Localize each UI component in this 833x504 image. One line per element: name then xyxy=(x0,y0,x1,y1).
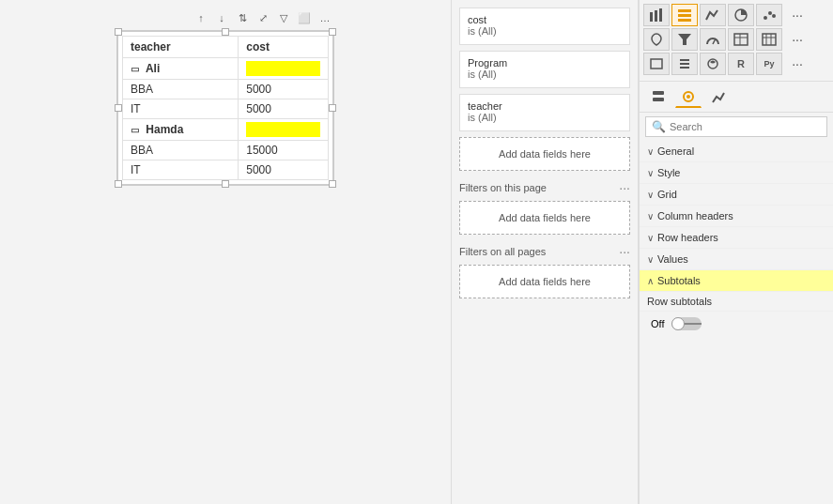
expand-icon[interactable]: ⤢ xyxy=(255,9,271,26)
section-filters-all-label: Filters on all pages xyxy=(459,246,546,257)
matrix-icon[interactable] xyxy=(756,28,782,51)
filter-cost[interactable]: cost is (All) xyxy=(459,8,630,45)
row-subtotals-toggle[interactable] xyxy=(671,317,702,330)
option-values[interactable]: ∨ Values xyxy=(640,249,833,270)
cell-ali-bba-cost: 5000 xyxy=(239,80,329,99)
scatter-icon[interactable] xyxy=(756,4,782,26)
more-icon3[interactable]: ··· xyxy=(784,53,810,75)
icon-row-1: ··· xyxy=(643,4,829,26)
row-subtotals-label: Row subtotals xyxy=(640,292,833,312)
option-grid-label: Grid xyxy=(657,189,677,200)
filter-program-title: Program xyxy=(468,57,622,69)
col-header-cost[interactable]: cost xyxy=(239,37,329,58)
filter-program[interactable]: Program is (All) xyxy=(459,51,630,88)
sel-handle-tr[interactable] xyxy=(329,28,336,36)
svg-rect-25 xyxy=(653,98,664,101)
table-row: IT 5000 xyxy=(123,160,329,180)
table-toolbar: ↑ ↓ ⇅ ⤢ ▽ ⬜ … xyxy=(193,9,333,26)
group-label-hamda[interactable]: ▭ Hamda xyxy=(123,119,239,141)
toggle-off-label: Off xyxy=(651,318,664,329)
option-general-label: General xyxy=(657,145,694,157)
more-icon2[interactable]: ··· xyxy=(784,28,810,51)
line-chart-icon[interactable] xyxy=(700,4,726,26)
filter-program-sub: is (All) xyxy=(468,69,622,80)
sel-handle-tl[interactable] xyxy=(115,28,122,36)
more-charts-icon[interactable]: ··· xyxy=(784,4,810,26)
option-row-headers[interactable]: ∨ Row headers xyxy=(640,227,833,249)
search-input[interactable] xyxy=(670,121,821,132)
svg-rect-15 xyxy=(763,34,776,45)
section-filters-all: Filters on all pages ··· xyxy=(459,244,630,259)
svg-rect-12 xyxy=(734,34,748,45)
add-fields-page-button[interactable]: Add data fields here xyxy=(459,201,630,235)
chevron-icon: ∨ xyxy=(647,168,654,178)
sel-handle-ml[interactable] xyxy=(115,104,122,112)
section-all-more-icon[interactable]: ··· xyxy=(619,244,630,259)
table-icon2[interactable] xyxy=(728,28,754,51)
filter-icon[interactable]: ▽ xyxy=(275,9,292,26)
option-subtotals[interactable]: ∧ Subtotals xyxy=(640,270,833,292)
bar-chart-icon[interactable] xyxy=(643,4,670,26)
svg-point-9 xyxy=(772,14,776,18)
format-tab-icons xyxy=(640,82,833,113)
filter-cost-sub: is (All) xyxy=(468,25,622,37)
search-icon: 🔍 xyxy=(652,120,666,133)
bar-chart2-icon[interactable] xyxy=(671,4,698,26)
col-header-teacher[interactable]: teacher xyxy=(123,37,239,58)
section-filters-page-label: Filters on this page xyxy=(459,182,547,193)
table-row: IT 5000 xyxy=(123,99,329,119)
table-icon[interactable]: ⬜ xyxy=(296,9,313,26)
format-panel: ··· ··· xyxy=(639,0,833,504)
sort-asc-icon[interactable]: ↑ xyxy=(193,9,209,26)
filters-panel: cost is (All) Program is (All) teacher i… xyxy=(451,0,639,504)
sel-handle-br[interactable] xyxy=(329,180,336,188)
analytics-icon[interactable] xyxy=(705,85,732,108)
search-box[interactable]: 🔍 xyxy=(645,116,827,137)
chevron-icon5: ∨ xyxy=(647,254,654,265)
svg-point-27 xyxy=(686,95,690,99)
table-row: BBA 5000 xyxy=(123,80,329,99)
add-fields-all-button[interactable]: Add data fields here xyxy=(459,265,630,298)
format-icon[interactable] xyxy=(675,85,702,108)
group-label-ali[interactable]: ▭ Ali xyxy=(123,58,239,80)
data-table: teacher cost ▭ Ali BBA 5000 xyxy=(122,36,329,180)
fields-icon[interactable] xyxy=(645,85,671,108)
option-general[interactable]: ∨ General xyxy=(640,141,833,162)
svg-rect-24 xyxy=(653,91,664,95)
sel-handle-bl[interactable] xyxy=(115,180,122,188)
map-icon[interactable] xyxy=(643,28,670,51)
more-icon[interactable]: … xyxy=(316,9,333,26)
sort-desc-icon[interactable]: ↓ xyxy=(213,9,230,26)
chevron-icon2: ∨ xyxy=(647,190,654,200)
sort-both-icon[interactable]: ⇅ xyxy=(234,9,251,26)
chevron-icon3: ∨ xyxy=(647,211,654,221)
filter-teacher[interactable]: teacher is (All) xyxy=(459,94,630,131)
slicer-icon[interactable] xyxy=(671,53,698,75)
option-col-headers-label: Column headers xyxy=(657,210,733,221)
expand-icon[interactable]: ▭ xyxy=(131,125,139,135)
svg-rect-4 xyxy=(678,9,691,12)
sel-handle-tm[interactable] xyxy=(222,28,229,36)
sel-handle-mr[interactable] xyxy=(329,104,336,112)
filter-teacher-sub: is (All) xyxy=(468,112,622,123)
section-more-icon[interactable]: ··· xyxy=(619,180,630,195)
gauge-icon[interactable] xyxy=(700,28,726,51)
option-style[interactable]: ∨ Style xyxy=(640,162,833,184)
svg-rect-3 xyxy=(678,14,691,17)
pie-chart-icon[interactable] xyxy=(728,4,754,26)
option-grid[interactable]: ∨ Grid xyxy=(640,184,833,206)
shape-icon[interactable] xyxy=(643,53,670,75)
add-fields-button[interactable]: Add data fields here xyxy=(459,137,630,171)
sel-handle-bm[interactable] xyxy=(222,180,229,188)
option-col-headers[interactable]: ∨ Column headers xyxy=(640,206,833,227)
cell-ali-bba: BBA xyxy=(123,80,239,99)
expand-icon[interactable]: ▭ xyxy=(131,64,139,74)
funnel-icon[interactable] xyxy=(671,28,698,51)
cell-ali-it: IT xyxy=(123,99,239,119)
ai-icon[interactable] xyxy=(700,53,726,75)
r-icon[interactable]: R xyxy=(728,53,754,75)
svg-point-8 xyxy=(768,11,772,15)
table-row: BBA 15000 xyxy=(123,141,329,160)
python-icon[interactable]: Py xyxy=(756,53,782,75)
chevron-down-icon: ∨ xyxy=(647,146,654,157)
